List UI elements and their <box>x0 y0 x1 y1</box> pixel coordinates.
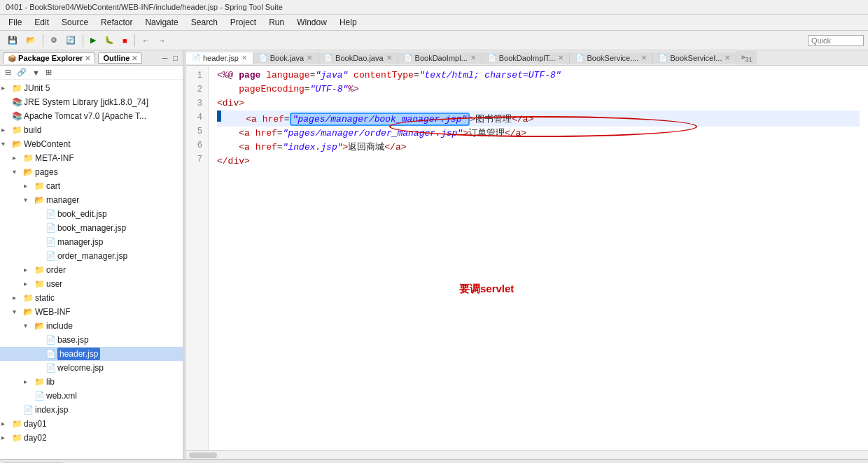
menu-item-refactor[interactable]: Refactor <box>95 16 138 29</box>
tree-toggle[interactable]: ▾ <box>24 194 34 206</box>
tab-close-btn[interactable]: ✕ <box>558 54 564 62</box>
tree-item[interactable]: ▸📁JUnit 5 <box>0 81 183 95</box>
hscroll-thumb[interactable] <box>189 453 217 458</box>
tree-toggle[interactable]: ▸ <box>24 180 34 192</box>
quick-access-input[interactable] <box>808 35 864 46</box>
toolbar-open-btn[interactable]: 📂 <box>22 34 39 47</box>
toolbar-new-btn[interactable]: 💾 <box>4 34 21 47</box>
tree-item-icon: 📁 <box>34 180 45 192</box>
tree-item[interactable]: ▸📁day01 <box>0 417 183 431</box>
editor-tab-bookjava[interactable]: 📄 Book.java ✕ <box>253 52 318 64</box>
tree-view-btn[interactable]: ⊞ <box>43 67 54 78</box>
tab-close-btn[interactable]: ✕ <box>241 54 247 62</box>
tree-toggle[interactable]: ▸ <box>1 432 11 444</box>
tree-item[interactable]: ▾📂manager <box>0 193 183 207</box>
menu-item-navigate[interactable]: Navigate <box>139 16 183 29</box>
code-line: <%@ page language="java" contentType="te… <box>217 69 860 83</box>
tree-item-icon: 📁 <box>34 264 45 276</box>
code-line: <div> <box>217 97 860 111</box>
tree-item[interactable]: 📄base.jsp <box>0 333 183 347</box>
toolbar-sep3 <box>134 34 135 47</box>
title-text: 0401 - BookStore04/WebContent/WEB-INF/in… <box>6 3 283 11</box>
tree-toggle[interactable]: ▸ <box>13 292 22 304</box>
collapse-all-btn[interactable]: ⊟ <box>3 67 13 78</box>
tree-toggle[interactable]: ▾ <box>1 138 11 150</box>
toolbar-debug-btn[interactable]: 🐛 <box>101 34 118 47</box>
tree-toggle[interactable]: ▸ <box>24 264 34 276</box>
toolbar-back-btn[interactable]: ← <box>139 34 153 47</box>
toolbar-save-btn[interactable]: ⚙ <box>47 34 61 47</box>
tree-item[interactable]: 📄manager.jsp <box>0 235 183 249</box>
horizontal-scrollbar[interactable] <box>186 450 868 459</box>
tree-item[interactable]: 📚JRE System Library [jdk1.8.0_74] <box>0 95 183 109</box>
editor-tab-bookdaojava[interactable]: 📄 BookDao.java ✕ <box>318 52 398 64</box>
toolbar-refresh-btn[interactable]: 🔄 <box>62 34 79 47</box>
tree-item[interactable]: ▾📂include <box>0 319 183 333</box>
tree-item[interactable]: 📄order_manager.jsp <box>0 249 183 263</box>
tree-toggle[interactable]: ▸ <box>24 376 34 388</box>
toolbar-stop-btn[interactable]: ■ <box>119 34 131 47</box>
tree-toggle[interactable]: ▾ <box>24 320 34 332</box>
tree-toggle[interactable]: ▸ <box>1 124 11 136</box>
menu-item-source[interactable]: Source <box>56 16 94 29</box>
tree-item[interactable]: ▾📂WEB-INF <box>0 305 183 319</box>
tab-close-btn[interactable]: ✕ <box>307 54 312 62</box>
file-icon: 📄 <box>404 54 412 62</box>
tab-close-btn[interactable]: ✕ <box>641 54 647 62</box>
tree-item[interactable]: 📄book_manager.jsp <box>0 221 183 235</box>
tree-item[interactable]: ▸📁cart <box>0 179 183 193</box>
tab-outline[interactable]: Outline ✕ <box>98 52 142 64</box>
main-area: 📦 Package Explorer ✕ Outline ✕ ─ □ ⊟ 🔗 ▼… <box>0 50 868 459</box>
maximize-btn[interactable]: □ <box>171 53 180 63</box>
tree-toggle[interactable]: ▸ <box>1 82 11 94</box>
tree-menu-btn[interactable]: ▼ <box>30 67 42 78</box>
tree-item-label: order_manager.jsp <box>57 250 127 262</box>
tab-overflow[interactable]: »31 <box>736 51 756 64</box>
toolbar-run-btn[interactable]: ▶ <box>87 34 99 47</box>
menu-item-help[interactable]: Help <box>334 16 363 29</box>
menu-item-search[interactable]: Search <box>186 16 223 29</box>
tree-item-icon: 📁 <box>11 124 22 136</box>
tree-item-label: cart <box>46 180 60 192</box>
menu-item-project[interactable]: Project <box>225 16 262 29</box>
tree-item[interactable]: ▸📁static <box>0 291 183 305</box>
tree-item[interactable]: 📄book_edit.jsp <box>0 207 183 221</box>
editor-area[interactable]: 1234567 <%@ page language="java" content… <box>186 66 868 450</box>
tree-toggle[interactable]: ▾ <box>13 306 22 318</box>
menu-item-file[interactable]: File <box>3 16 27 29</box>
tree-toggle[interactable]: ▸ <box>24 278 34 290</box>
tree-item[interactable]: 📚Apache Tomcat v7.0 [Apache T... <box>0 109 183 123</box>
editor-tab-bookdaoimplt[interactable]: 📄 BookDaoImplT... ✕ <box>482 52 570 64</box>
tree-item[interactable]: 📄header.jsp <box>0 347 183 361</box>
editor-tab-bookservicei[interactable]: 📄 BookServiceI... ✕ <box>653 52 736 64</box>
tree-toggle[interactable]: ▸ <box>1 418 11 430</box>
minimize-btn[interactable]: ─ <box>160 53 170 63</box>
menu-item-run[interactable]: Run <box>263 16 290 29</box>
tree-item[interactable]: ▸📁day02 <box>0 431 183 445</box>
menu-item-window[interactable]: Window <box>291 16 332 29</box>
tree-toggle[interactable]: ▸ <box>13 152 22 164</box>
toolbar-fwd-btn[interactable]: → <box>155 34 169 47</box>
tree-item[interactable]: ▾📂pages <box>0 165 183 179</box>
link-editor-btn[interactable]: 🔗 <box>15 67 29 78</box>
editor-tab-bookdaoimpl[interactable]: 📄 BookDaoImpl... ✕ <box>398 52 482 64</box>
tree-toggle[interactable]: ▾ <box>13 166 22 178</box>
tab-close-btn[interactable]: ✕ <box>470 54 476 62</box>
tab-package-explorer[interactable]: 📦 Package Explorer ✕ <box>3 52 95 64</box>
tree-item[interactable]: 📄index.jsp <box>0 403 183 417</box>
tree-item[interactable]: ▸📁lib <box>0 375 183 389</box>
tree-item[interactable]: ▸📁user <box>0 277 183 291</box>
tree-item-label: WEB-INF <box>35 306 71 318</box>
tree-item[interactable]: ▸📁META-INF <box>0 151 183 165</box>
tab-close-btn[interactable]: ✕ <box>386 54 392 62</box>
menu-item-edit[interactable]: Edit <box>29 16 55 29</box>
tree-item[interactable]: 📄web.xml <box>0 389 183 403</box>
tree-item[interactable]: ▸📁order <box>0 263 183 277</box>
editor-tab-bookservice[interactable]: 📄 BookService.... ✕ <box>570 52 653 64</box>
tree-item[interactable]: 📄welcome.jsp <box>0 361 183 375</box>
tab-close-btn[interactable]: ✕ <box>724 54 730 62</box>
code-container: 1234567 <%@ page language="java" content… <box>186 66 868 450</box>
editor-tab-headerjsp[interactable]: 📄 header.jsp ✕ <box>186 52 253 64</box>
tree-item[interactable]: ▾📂WebContent <box>0 137 183 151</box>
tree-item[interactable]: ▸📁build <box>0 123 183 137</box>
